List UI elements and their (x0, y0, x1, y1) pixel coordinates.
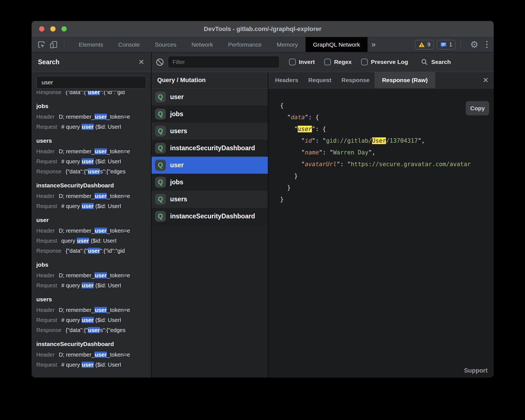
checkbox-preserve-log[interactable]: Preserve Log (361, 59, 408, 65)
search-result-row[interactable]: HeaderD; remember_user_token=e (36, 350, 146, 360)
search-result-row[interactable]: HeaderD; remember_user_token=e (36, 270, 146, 280)
result-row-value: {"data":{"user":{"id":"gid (66, 248, 125, 254)
search-panel-header: Search ✕ (32, 52, 151, 72)
issues-badge[interactable]: 1 (437, 40, 455, 49)
search-result-group: userHeaderD; remember_user_token=eReques… (36, 214, 146, 256)
warnings-badge[interactable]: 9 (415, 40, 434, 49)
checkbox-regex[interactable]: Regex (324, 59, 352, 65)
search-control-label: Search (431, 59, 451, 65)
tab-elements[interactable]: Elements (71, 37, 111, 52)
inspect-element-icon[interactable] (36, 40, 46, 50)
result-row-label: Request (36, 282, 57, 288)
group-title: instanceSecurityDashboard (36, 180, 146, 191)
device-toolbar-icon[interactable] (49, 40, 59, 50)
query-list-item[interactable]: Qjobs (152, 106, 268, 123)
search-result-row[interactable]: HeaderD; remember_user_token=e (36, 146, 146, 156)
detail-tab-response[interactable]: Response (337, 72, 374, 88)
search-result-row[interactable]: Request# query user ($id: UserI (36, 201, 146, 211)
search-result-row[interactable]: Request# query user ($id: UserI (36, 280, 146, 290)
search-result-row[interactable]: Request# query user ($id: UserI (36, 360, 146, 370)
clear-block-icon[interactable] (156, 58, 164, 66)
search-result-row[interactable]: Response{"data":{"user":{"id":"gid (36, 246, 146, 256)
result-row-value: {"data":{"users":{"edges (66, 168, 125, 175)
search-result-row[interactable]: HeaderD; remember_user_token=e (36, 112, 146, 122)
query-list-item[interactable]: Qusers (152, 123, 268, 140)
query-type-badge: Q (155, 177, 166, 188)
detail-tab-headers[interactable]: Headers (270, 72, 303, 88)
tab-memory[interactable]: Memory (269, 37, 306, 52)
query-type-badge: Q (155, 143, 166, 154)
result-row-value: D; remember_user_token=e (59, 307, 130, 313)
filter-checkboxes: InvertRegexPreserve Log (280, 59, 408, 65)
maximize-window-button[interactable] (61, 26, 67, 32)
support-link[interactable]: Support (464, 367, 488, 374)
search-match-highlight: user (94, 352, 107, 358)
search-result-row[interactable]: Requestquery user ($id: UserI (36, 236, 146, 246)
tab-graphql-network[interactable]: GraphQL Network (306, 37, 367, 52)
tab-performance[interactable]: Performance (221, 37, 269, 52)
query-type-badge: Q (155, 160, 166, 171)
search-result-row[interactable]: HeaderD; remember_user_token=e (36, 305, 146, 315)
result-row-label: Header (36, 272, 55, 278)
search-panel: Search ✕ Response{"data":{"user":{"id":"… (32, 52, 152, 378)
query-list-item[interactable]: Qjobs (152, 174, 268, 191)
query-list-item[interactable]: Qusers (152, 191, 268, 208)
checkbox-label: Preserve Log (371, 59, 408, 65)
detail-tab-request[interactable]: Request (303, 72, 337, 88)
query-list-item[interactable]: Quser (152, 89, 268, 106)
query-list-item[interactable]: Quser (152, 157, 268, 174)
tab-network[interactable]: Network (184, 37, 221, 52)
checkbox-invert[interactable]: Invert (289, 59, 315, 65)
copy-button[interactable]: Copy (466, 101, 489, 115)
kebab-menu-icon[interactable] (485, 40, 489, 49)
result-row-label: Request (36, 362, 57, 368)
search-match-highlight: user (88, 248, 100, 254)
detail-tab-bar: HeadersRequestResponseResponse (Raw) ✕ (268, 72, 494, 89)
search-match-highlight: user (82, 362, 94, 368)
search-input[interactable] (36, 76, 146, 89)
close-window-button[interactable] (39, 26, 44, 32)
json-line: "data": { (280, 111, 494, 123)
search-result-row[interactable]: Response{"data":{"users":{"edges (36, 166, 146, 176)
query-panel-header: Query / Mutation (152, 72, 268, 89)
query-panel: Query / Mutation QuserQjobsQusersQinstan… (152, 72, 268, 378)
search-result-row[interactable]: Request# query user ($id: UserI (36, 315, 146, 325)
result-row-label: Header (36, 114, 55, 120)
search-result-row[interactable]: Response{"data":{"user":{"id":"gid (36, 91, 146, 97)
search-control[interactable]: Search (421, 58, 451, 66)
more-tabs-chevron-icon[interactable]: » (371, 40, 376, 49)
search-match-highlight: user (88, 327, 100, 333)
close-search-icon[interactable]: ✕ (138, 58, 144, 66)
query-list-item[interactable]: QinstanceSecurityDashboard (152, 140, 268, 157)
tab-console[interactable]: Console (111, 37, 147, 52)
search-match-highlight: user (94, 114, 107, 120)
search-result-row[interactable]: Request# query user ($id: UserI (36, 122, 146, 132)
json-line: "name": "Warren Day", (280, 147, 494, 158)
search-result-row[interactable]: HeaderD; remember_user_token=e (36, 226, 146, 236)
search-result-row[interactable]: HeaderD; remember_user_token=e (36, 191, 146, 201)
window-title: DevTools - gitlab.com/-/graphql-explorer (204, 25, 321, 33)
tab-sources[interactable]: Sources (147, 37, 184, 52)
result-row-label: Header (36, 228, 55, 234)
group-title: jobs (36, 101, 146, 112)
json-line: "id": "gid://gitlab/User/13704317", (280, 135, 494, 147)
minimize-window-button[interactable] (50, 26, 56, 32)
query-label: jobs (170, 110, 183, 118)
search-result-row[interactable]: Request# query user ($id: UserI (36, 156, 146, 166)
checkbox-box (289, 59, 296, 65)
settings-gear-icon[interactable]: ⚙ (470, 40, 478, 49)
close-details-icon[interactable]: ✕ (483, 72, 489, 88)
search-match-highlight: user (82, 158, 94, 164)
search-result-group: instanceSecurityDashboardHeaderD; rememb… (36, 338, 146, 370)
json-view: { "data": { "user": { "id": "gid://gitla… (268, 89, 494, 205)
search-match-highlight: user (82, 203, 94, 209)
filter-input[interactable] (168, 56, 280, 68)
window-titlebar: DevTools - gitlab.com/-/graphql-explorer (32, 21, 494, 37)
search-result-group: usersHeaderD; remember_user_token=eReque… (36, 294, 146, 335)
query-list-item[interactable]: QinstanceSecurityDashboard (152, 208, 268, 225)
search-result-row[interactable]: Response{"data":{"users":{"edges (36, 325, 146, 335)
search-result-group: jobsHeaderD; remember_user_token=eReques… (36, 101, 146, 132)
detail-tab-response-raw[interactable]: Response (Raw) (374, 72, 435, 88)
query-label: users (170, 127, 187, 135)
query-type-badge: Q (155, 194, 166, 205)
